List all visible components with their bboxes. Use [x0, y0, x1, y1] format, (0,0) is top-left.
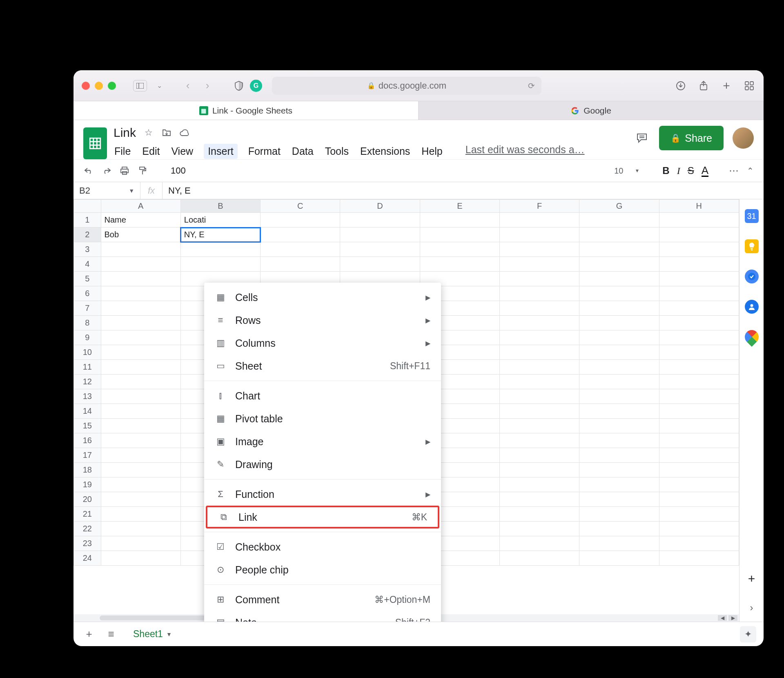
- formula-input[interactable]: NY, E: [163, 185, 764, 196]
- cell[interactable]: [579, 272, 659, 286]
- cell[interactable]: [500, 492, 579, 507]
- italic-button[interactable]: I: [677, 165, 680, 176]
- column-header[interactable]: D: [340, 200, 420, 213]
- cell[interactable]: [659, 286, 739, 301]
- cell[interactable]: [420, 227, 499, 242]
- cell[interactable]: [579, 419, 659, 433]
- cell[interactable]: [659, 536, 739, 551]
- cell[interactable]: [101, 360, 180, 375]
- column-header[interactable]: H: [659, 200, 739, 213]
- strikethrough-button[interactable]: S: [688, 165, 694, 176]
- cell[interactable]: [500, 301, 579, 316]
- cell[interactable]: [579, 492, 659, 507]
- menu-format[interactable]: Format: [247, 144, 281, 159]
- cell[interactable]: Name: [101, 213, 180, 227]
- cell[interactable]: [340, 227, 420, 242]
- menu-item-columns[interactable]: ▥Columns▶: [204, 332, 441, 355]
- row-header[interactable]: 21: [74, 507, 101, 522]
- cell[interactable]: [500, 272, 579, 286]
- cell[interactable]: [659, 345, 739, 360]
- row-header[interactable]: 6: [74, 286, 101, 301]
- row-header[interactable]: 2: [74, 227, 101, 242]
- cell[interactable]: [579, 404, 659, 419]
- comment-history-icon[interactable]: [634, 130, 650, 146]
- cell[interactable]: [500, 227, 579, 242]
- row-header[interactable]: 23: [74, 536, 101, 551]
- menu-item-checkbox[interactable]: ☑Checkbox: [204, 535, 441, 558]
- share-button[interactable]: 🔒 Share: [659, 126, 724, 150]
- menu-help[interactable]: Help: [421, 144, 443, 159]
- back-button[interactable]: ‹: [180, 78, 195, 93]
- cell[interactable]: [500, 536, 579, 551]
- cell[interactable]: [659, 492, 739, 507]
- cell[interactable]: [659, 272, 739, 286]
- cell[interactable]: [500, 419, 579, 433]
- more-toolbar-icon[interactable]: ⋯: [729, 165, 739, 176]
- cell[interactable]: [340, 242, 420, 257]
- cell[interactable]: [500, 551, 579, 566]
- cell[interactable]: [101, 522, 180, 536]
- add-side-panel-icon[interactable]: +: [745, 572, 759, 586]
- column-header[interactable]: B: [180, 200, 260, 213]
- maximize-window-button[interactable]: [108, 82, 116, 90]
- cell[interactable]: [500, 286, 579, 301]
- cell[interactable]: [659, 213, 739, 227]
- row-header[interactable]: 3: [74, 242, 101, 257]
- name-box[interactable]: B2 ▼: [74, 182, 140, 199]
- cell[interactable]: [261, 242, 340, 257]
- cell[interactable]: [579, 463, 659, 477]
- cell[interactable]: [579, 507, 659, 522]
- cell[interactable]: [101, 404, 180, 419]
- side-panel-toggle-icon[interactable]: ›: [750, 602, 753, 613]
- cell[interactable]: [101, 477, 180, 492]
- cell[interactable]: [101, 242, 180, 257]
- column-header[interactable]: F: [500, 200, 579, 213]
- row-header[interactable]: 4: [74, 257, 101, 272]
- close-window-button[interactable]: [82, 82, 90, 90]
- cell[interactable]: [101, 345, 180, 360]
- cell[interactable]: [101, 448, 180, 463]
- cell[interactable]: [579, 330, 659, 345]
- cell[interactable]: [659, 507, 739, 522]
- cell[interactable]: [101, 419, 180, 433]
- cell[interactable]: [101, 286, 180, 301]
- cell[interactable]: [500, 257, 579, 272]
- menu-item-people-chip[interactable]: ⊙People chip: [204, 558, 441, 581]
- row-header[interactable]: 22: [74, 522, 101, 536]
- column-header[interactable]: A: [101, 200, 180, 213]
- tasks-icon[interactable]: [745, 270, 759, 283]
- sidebar-toggle-button[interactable]: [133, 80, 147, 91]
- cell[interactable]: [659, 360, 739, 375]
- cell[interactable]: [420, 213, 499, 227]
- print-icon[interactable]: [119, 165, 130, 176]
- cell[interactable]: [500, 389, 579, 404]
- cell[interactable]: [659, 419, 739, 433]
- cell[interactable]: [579, 213, 659, 227]
- cell[interactable]: [500, 507, 579, 522]
- cell[interactable]: [420, 257, 499, 272]
- cell[interactable]: [579, 257, 659, 272]
- column-header[interactable]: E: [420, 200, 499, 213]
- menu-view[interactable]: View: [170, 144, 194, 159]
- cell[interactable]: [579, 316, 659, 330]
- tab-groups-dropdown[interactable]: ⌄: [152, 78, 167, 93]
- cell[interactable]: Bob: [101, 227, 180, 242]
- cell[interactable]: [101, 433, 180, 448]
- cell[interactable]: NY, E: [180, 227, 260, 242]
- new-tab-icon[interactable]: +: [720, 80, 733, 92]
- explore-button[interactable]: ✦: [740, 626, 756, 642]
- menu-tools[interactable]: Tools: [324, 144, 350, 159]
- cell[interactable]: [579, 522, 659, 536]
- cell[interactable]: [101, 492, 180, 507]
- menu-item-rows[interactable]: ≡Rows▶: [204, 309, 441, 332]
- cell[interactable]: [500, 330, 579, 345]
- menu-item-comment[interactable]: ⊞Comment⌘+Option+M: [204, 588, 441, 611]
- row-header[interactable]: 14: [74, 404, 101, 419]
- cell[interactable]: [101, 316, 180, 330]
- row-header[interactable]: 12: [74, 375, 101, 389]
- tab-overview-icon[interactable]: [743, 80, 755, 92]
- menu-data[interactable]: Data: [291, 144, 314, 159]
- menu-item-link[interactable]: ⧉Link⌘K: [206, 506, 439, 529]
- cell[interactable]: [579, 375, 659, 389]
- font-size-selector[interactable]: 10▼: [614, 166, 639, 176]
